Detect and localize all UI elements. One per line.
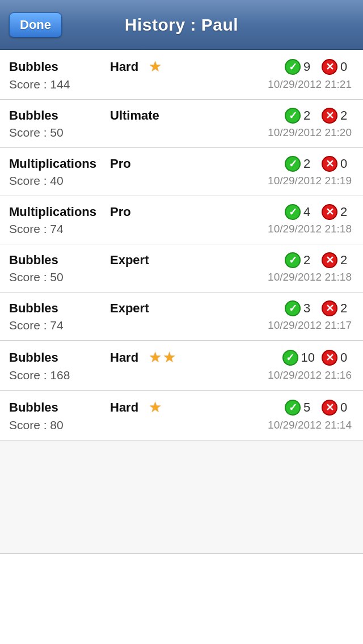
correct-badge: ✓ 9 [285,59,315,75]
game-name: Multiplications [9,205,100,219]
datetime-label: 10/29/2012 21:19 [268,175,352,187]
wrong-count: 2 [340,301,352,316]
star-icon: ★ [149,399,162,416]
score-label: Score : 74 [9,222,64,236]
item-top-row: Bubbles Ultimate ✓ 2 ✕ 2 [9,108,352,124]
item-bottom-row: Score : 50 10/29/2012 21:18 [9,270,352,284]
item-scores: ✓ 2 ✕ 2 [285,108,352,124]
star-icon: ★ [163,349,176,366]
wrong-icon: ✕ [322,300,337,316]
wrong-count: 2 [340,253,352,268]
difficulty-label: Hard [110,350,138,365]
wrong-count: 0 [340,156,352,171]
star-icon: ★ [149,349,162,366]
wrong-badge: ✕ 0 [322,156,352,172]
correct-badge: ✓ 5 [285,400,315,416]
game-name: Bubbles [9,400,100,415]
wrong-icon: ✕ [322,400,337,416]
correct-icon: ✓ [285,108,301,124]
list-item: Bubbles Hard ★ ✓ 9 ✕ 0 Score : 144 [0,50,363,100]
bottom-space [0,440,363,554]
item-bottom-row: Score : 40 10/29/2012 21:19 [9,174,352,188]
item-bottom-row: Score : 144 10/29/2012 21:21 [9,78,352,91]
records-list: Bubbles Hard ★ ✓ 9 ✕ 0 Score : 144 [0,50,363,440]
item-left-top: Multiplications Pro [9,205,168,219]
game-name: Bubbles [9,60,100,74]
item-left-top: Bubbles Ultimate [9,108,168,123]
correct-count: 2 [303,253,315,268]
item-top-row: Bubbles Hard ★ ✓ 9 ✕ 0 [9,58,352,75]
difficulty-label: Ultimate [110,108,159,123]
list-item: Multiplications Pro ✓ 2 ✕ 0 Score : 40 [0,148,363,196]
item-left-top: Bubbles Hard ★ [9,399,168,416]
wrong-count: 2 [340,108,352,123]
wrong-icon: ✕ [322,252,337,268]
item-top-row: Bubbles Expert ✓ 2 ✕ 2 [9,252,352,268]
datetime-label: 10/29/2012 21:14 [268,419,352,431]
difficulty-label: Pro [110,205,131,219]
item-left-top: Bubbles Hard ★ [9,58,168,75]
item-bottom-row: Score : 74 10/29/2012 21:17 [9,319,352,332]
item-left-top: Bubbles Hard ★★ [9,349,176,366]
score-label: Score : 80 [9,418,64,432]
difficulty-label: Hard [110,60,138,74]
game-name: Bubbles [9,253,100,268]
correct-icon: ✓ [285,156,301,172]
item-scores: ✓ 10 ✕ 0 [282,350,352,366]
score-label: Score : 40 [9,174,64,188]
item-scores: ✓ 9 ✕ 0 [285,59,352,75]
item-bottom-row: Score : 80 10/29/2012 21:14 [9,418,352,432]
item-left-top: Multiplications Pro [9,156,168,171]
item-bottom-row: Score : 168 10/29/2012 21:16 [9,368,352,382]
correct-badge: ✓ 4 [285,204,315,220]
correct-badge: ✓ 2 [285,252,315,268]
wrong-badge: ✕ 0 [322,350,352,366]
stars-container: ★ [149,58,162,75]
correct-icon: ✓ [285,400,301,416]
correct-count: 5 [303,400,315,415]
list-item: Bubbles Hard ★★ ✓ 10 ✕ 0 Score : 168 [0,341,363,391]
score-label: Score : 168 [9,368,70,382]
difficulty-label: Pro [110,156,131,171]
wrong-icon: ✕ [322,204,337,220]
wrong-badge: ✕ 2 [322,300,352,316]
wrong-badge: ✕ 2 [322,252,352,268]
list-item: Bubbles Ultimate ✓ 2 ✕ 2 Score : 50 [0,100,363,148]
correct-icon: ✓ [282,350,298,366]
wrong-count: 0 [340,400,352,415]
list-item: Multiplications Pro ✓ 4 ✕ 2 Score : 74 [0,196,363,244]
item-top-row: Bubbles Expert ✓ 3 ✕ 2 [9,300,352,316]
correct-count: 4 [303,205,315,219]
done-button[interactable]: Done [9,12,62,37]
datetime-label: 10/29/2012 21:17 [268,319,352,332]
difficulty-label: Expert [110,253,149,268]
item-top-row: Bubbles Hard ★★ ✓ 10 ✕ 0 [9,349,352,366]
score-label: Score : 50 [9,270,64,284]
game-name: Bubbles [9,350,100,365]
item-left-top: Bubbles Expert [9,253,168,268]
correct-badge: ✓ 10 [282,350,315,366]
game-name: Bubbles [9,108,100,123]
wrong-badge: ✕ 0 [322,400,352,416]
correct-count: 2 [303,108,315,123]
wrong-count: 0 [340,60,352,74]
item-left-top: Bubbles Expert [9,301,168,316]
wrong-icon: ✕ [322,350,337,366]
correct-icon: ✓ [285,204,301,220]
correct-icon: ✓ [285,300,301,316]
item-scores: ✓ 2 ✕ 2 [285,252,352,268]
game-name: Multiplications [9,156,100,171]
correct-badge: ✓ 2 [285,156,315,172]
wrong-icon: ✕ [322,59,337,75]
correct-icon: ✓ [285,59,301,75]
score-label: Score : 144 [9,78,70,91]
datetime-label: 10/29/2012 21:16 [268,369,352,382]
wrong-icon: ✕ [322,156,337,172]
difficulty-label: Hard [110,400,138,415]
score-label: Score : 74 [9,319,64,332]
item-top-row: Multiplications Pro ✓ 2 ✕ 0 [9,156,352,172]
list-item: Bubbles Expert ✓ 3 ✕ 2 Score : 74 [0,293,363,341]
wrong-badge: ✕ 2 [322,108,352,124]
star-icon: ★ [149,58,162,75]
datetime-label: 10/29/2012 21:20 [268,126,352,139]
